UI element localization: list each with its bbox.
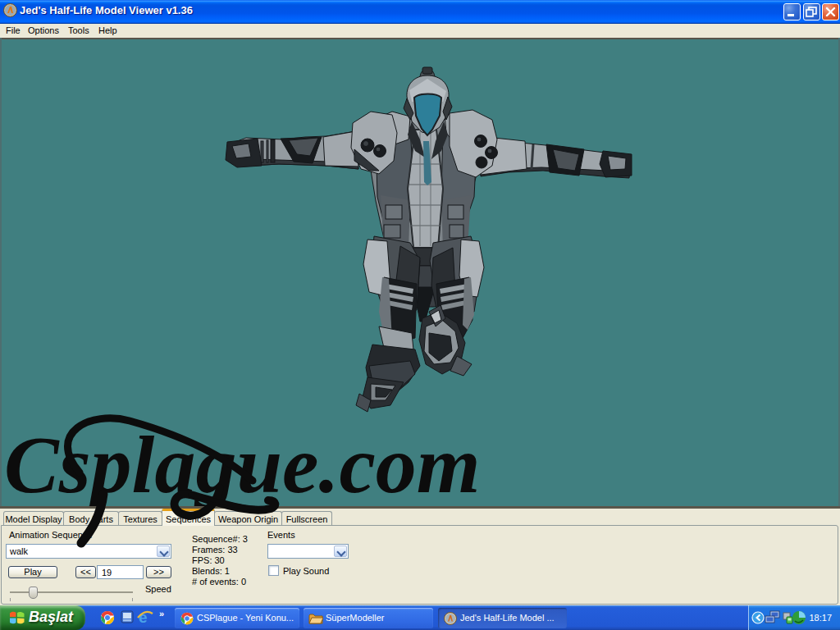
svg-text:»: »: [159, 609, 164, 619]
